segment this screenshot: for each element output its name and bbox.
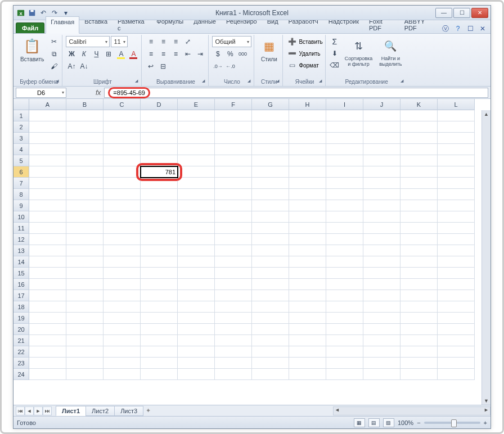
- cell[interactable]: [66, 369, 104, 380]
- cell[interactable]: [363, 110, 400, 121]
- close-button[interactable]: ✕: [471, 8, 488, 18]
- cell[interactable]: [363, 290, 400, 301]
- cell[interactable]: 781: [141, 166, 178, 178]
- cell[interactable]: [29, 290, 66, 301]
- cell[interactable]: [289, 369, 326, 380]
- cell[interactable]: [438, 268, 475, 279]
- row-header[interactable]: 3: [14, 133, 29, 144]
- cell[interactable]: [104, 200, 141, 211]
- cell[interactable]: [215, 133, 252, 144]
- cell[interactable]: [141, 301, 178, 313]
- cell[interactable]: [66, 110, 104, 121]
- cell[interactable]: [178, 245, 215, 256]
- wrap-text-icon[interactable]: ↩: [145, 61, 156, 72]
- cell[interactable]: [252, 335, 289, 346]
- cell[interactable]: [215, 178, 252, 189]
- cell[interactable]: [66, 155, 104, 166]
- row-header[interactable]: 15: [14, 268, 29, 279]
- cell[interactable]: [104, 268, 141, 279]
- row-header[interactable]: 12: [14, 234, 29, 245]
- cell[interactable]: [289, 211, 326, 223]
- cell[interactable]: [29, 110, 66, 121]
- cell[interactable]: [215, 121, 252, 133]
- cell[interactable]: [66, 279, 104, 290]
- column-header[interactable]: E: [178, 99, 215, 110]
- cell[interactable]: [363, 200, 400, 211]
- cell[interactable]: [104, 110, 141, 121]
- cell[interactable]: [289, 178, 326, 189]
- cell[interactable]: [400, 166, 438, 178]
- fill-icon[interactable]: ⬇: [329, 48, 340, 59]
- row-header[interactable]: 2: [14, 121, 29, 133]
- cell[interactable]: [252, 110, 289, 121]
- cell[interactable]: [29, 358, 66, 369]
- cell[interactable]: [141, 346, 178, 358]
- cell[interactable]: [215, 211, 252, 223]
- cell[interactable]: [66, 178, 104, 189]
- cell[interactable]: [252, 200, 289, 211]
- cell[interactable]: [438, 256, 475, 268]
- cell[interactable]: [363, 121, 400, 133]
- cell[interactable]: [29, 346, 66, 358]
- cell[interactable]: [66, 346, 104, 358]
- cell[interactable]: [178, 211, 215, 223]
- cell[interactable]: [400, 358, 438, 369]
- cell[interactable]: [215, 256, 252, 268]
- column-header[interactable]: K: [400, 99, 438, 110]
- styles-button[interactable]: ▦ Стили: [258, 36, 280, 64]
- row-header[interactable]: 1: [14, 110, 29, 121]
- cell[interactable]: [141, 110, 178, 121]
- fx-icon[interactable]: fx: [96, 89, 101, 97]
- cell[interactable]: [29, 324, 66, 335]
- cell[interactable]: [66, 189, 104, 200]
- cell[interactable]: [289, 290, 326, 301]
- cell[interactable]: [363, 324, 400, 335]
- cell[interactable]: [66, 256, 104, 268]
- cell[interactable]: [141, 324, 178, 335]
- clear-icon[interactable]: ⌫: [329, 60, 340, 71]
- row-header[interactable]: 16: [14, 279, 29, 290]
- cell[interactable]: [326, 268, 363, 279]
- cell[interactable]: [289, 166, 326, 178]
- row-header[interactable]: 13: [14, 245, 29, 256]
- cell[interactable]: [178, 133, 215, 144]
- cell[interactable]: [252, 121, 289, 133]
- sort-filter-button[interactable]: ⇅ Сортировка и фильтр: [343, 36, 375, 69]
- cell[interactable]: [252, 223, 289, 234]
- border-button[interactable]: ⊞: [103, 48, 114, 60]
- cell[interactable]: [66, 144, 104, 155]
- cell[interactable]: [141, 358, 178, 369]
- shrink-font-icon[interactable]: A↓: [78, 61, 89, 72]
- align-right-icon[interactable]: ≡: [170, 48, 181, 60]
- cell[interactable]: [363, 335, 400, 346]
- row-header[interactable]: 5: [14, 155, 29, 166]
- cell[interactable]: [326, 178, 363, 189]
- find-select-button[interactable]: 🔍 Найти и выделить: [377, 36, 404, 69]
- cell[interactable]: [178, 279, 215, 290]
- cell[interactable]: [289, 133, 326, 144]
- cell[interactable]: [326, 369, 363, 380]
- cell[interactable]: [252, 144, 289, 155]
- cell[interactable]: [178, 223, 215, 234]
- cell[interactable]: [178, 268, 215, 279]
- cell[interactable]: [289, 324, 326, 335]
- cell[interactable]: [215, 324, 252, 335]
- cell[interactable]: [29, 369, 66, 380]
- cell[interactable]: [104, 346, 141, 358]
- row-header[interactable]: 19: [14, 313, 29, 324]
- cell[interactable]: [289, 234, 326, 245]
- cell[interactable]: [438, 279, 475, 290]
- cell[interactable]: [400, 324, 438, 335]
- cell[interactable]: [363, 301, 400, 313]
- cell[interactable]: [104, 256, 141, 268]
- comma-icon[interactable]: 000: [237, 48, 248, 60]
- page-break-view-icon[interactable]: ▧: [383, 418, 394, 427]
- cell[interactable]: [438, 178, 475, 189]
- cell[interactable]: [326, 346, 363, 358]
- cell[interactable]: [252, 268, 289, 279]
- cell[interactable]: [438, 155, 475, 166]
- zoom-slider[interactable]: [424, 422, 480, 424]
- format-cells-button[interactable]: ▭Формат: [286, 60, 322, 71]
- cell[interactable]: [400, 121, 438, 133]
- cell[interactable]: [66, 223, 104, 234]
